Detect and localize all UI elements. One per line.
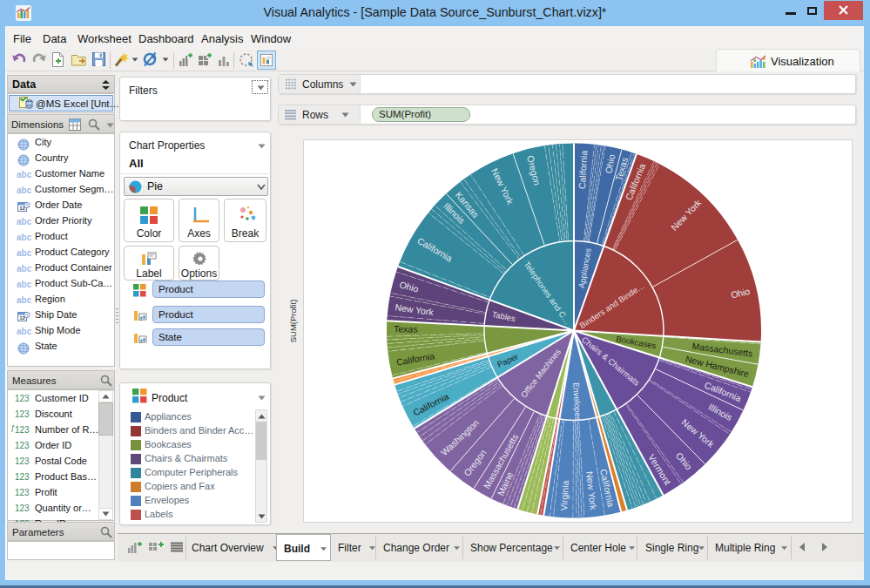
- svg-text:Texas: Texas: [394, 323, 418, 334]
- svg-text:Envelopes: Envelopes: [571, 382, 583, 422]
- svg-text:California: California: [577, 150, 589, 189]
- svg-text:Virginia: Virginia: [558, 480, 570, 511]
